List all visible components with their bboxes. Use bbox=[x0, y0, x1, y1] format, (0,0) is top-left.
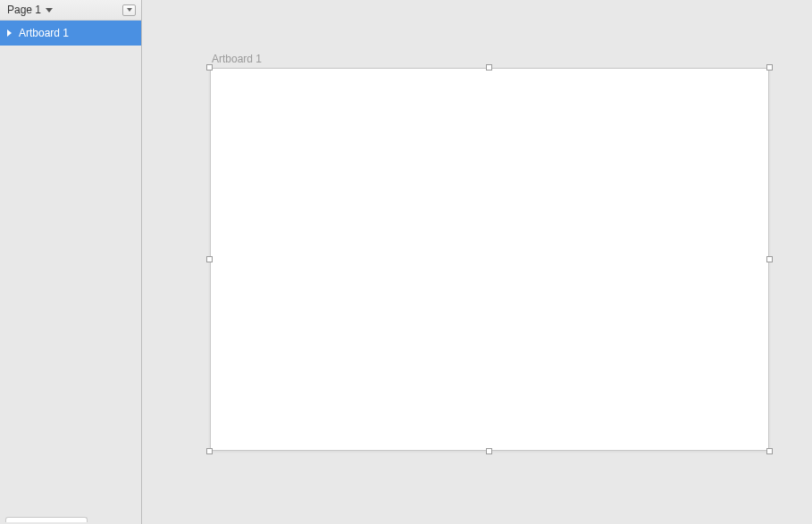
layers-sidebar: Page 1 Artboard 1 bbox=[0, 0, 142, 524]
layer-name-label: Artboard 1 bbox=[19, 27, 69, 39]
resize-handle-se[interactable] bbox=[766, 448, 773, 454]
canvas[interactable]: Artboard 1 bbox=[142, 0, 812, 524]
caret-down-icon bbox=[46, 8, 53, 12]
sidebar-bottom-bar bbox=[0, 515, 141, 524]
artboard-title-label[interactable]: Artboard 1 bbox=[212, 53, 262, 65]
resize-handle-ne[interactable] bbox=[766, 64, 773, 71]
resize-handle-sw[interactable] bbox=[206, 448, 213, 454]
page-selector-label-wrap: Page 1 bbox=[7, 4, 53, 16]
artboard-1[interactable] bbox=[210, 68, 769, 451]
layer-search-input[interactable] bbox=[5, 517, 88, 522]
app-root: Page 1 Artboard 1 Artboard 1 bbox=[0, 0, 812, 524]
caret-down-icon bbox=[127, 8, 132, 12]
page-name-label: Page 1 bbox=[7, 4, 41, 16]
resize-handle-nw[interactable] bbox=[206, 64, 213, 71]
disclosure-triangle-icon[interactable] bbox=[7, 29, 12, 37]
resize-handle-e[interactable] bbox=[766, 256, 773, 262]
layer-row-artboard-1[interactable]: Artboard 1 bbox=[0, 21, 141, 46]
resize-handle-s[interactable] bbox=[486, 448, 492, 454]
resize-handle-n[interactable] bbox=[486, 64, 492, 71]
page-selector[interactable]: Page 1 bbox=[0, 0, 141, 21]
resize-handle-w[interactable] bbox=[206, 256, 213, 262]
page-list-dropdown-button[interactable] bbox=[122, 4, 136, 16]
